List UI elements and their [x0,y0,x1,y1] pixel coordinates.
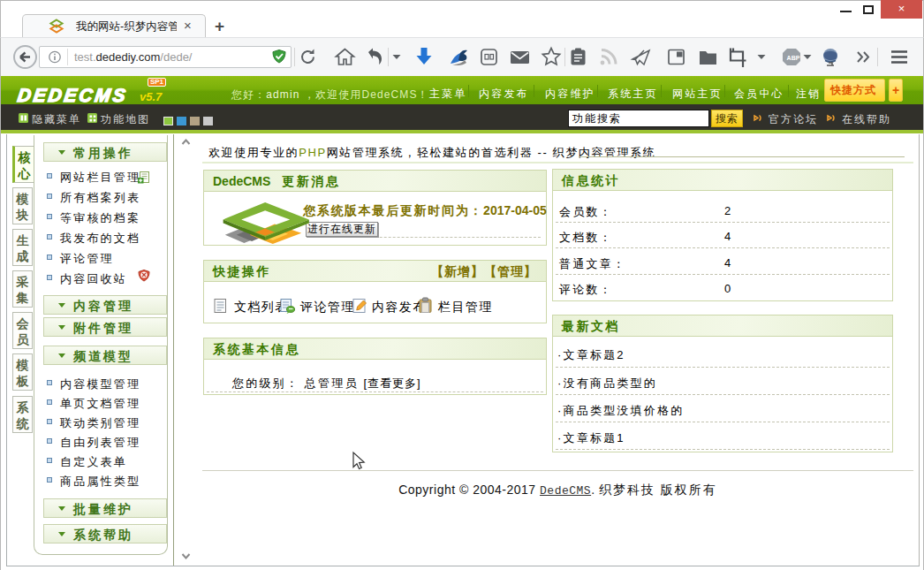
svg-text:ABP: ABP [787,55,800,61]
